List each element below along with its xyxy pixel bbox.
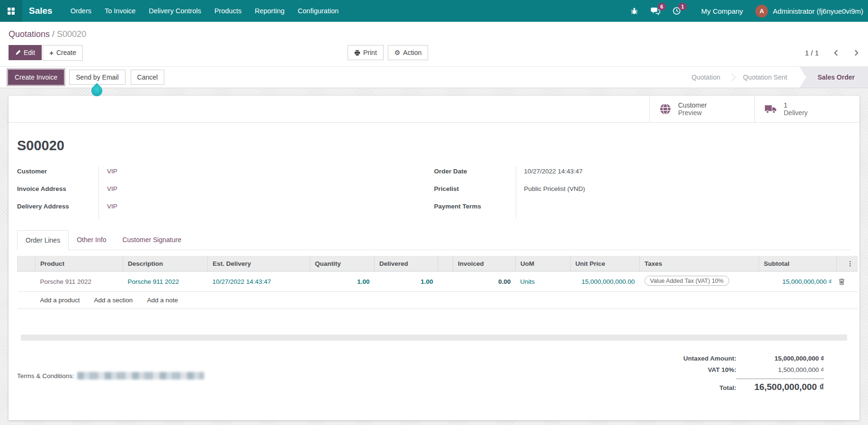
top-navbar: Sales Orders To Invoice Delivery Control… — [0, 0, 868, 22]
pager-value[interactable]: 1 / 1 — [805, 49, 819, 57]
customer-value-link[interactable]: VIP — [99, 166, 117, 184]
add-a-product-link[interactable]: Add a product — [40, 297, 80, 304]
messages-icon[interactable]: 6 — [644, 0, 666, 22]
pager: 1 / 1 — [805, 49, 859, 57]
breadcrumb: Quotations / S00020 — [9, 28, 859, 40]
col-quantity[interactable]: Quantity — [310, 256, 375, 271]
row-handle-cell — [18, 271, 36, 292]
totals-block: Untaxed Amount: 15,000,000,000 ₫ VAT 10%… — [683, 355, 824, 397]
activities-clock-icon[interactable]: 1 — [666, 0, 687, 22]
odoo-sales-order-page: Sales Orders To Invoice Delivery Control… — [0, 0, 868, 425]
add-a-note-link[interactable]: Add a note — [147, 297, 178, 304]
create-invoice-button[interactable]: Create Invoice — [8, 70, 64, 85]
col-subtotal[interactable]: Subtotal — [759, 256, 837, 271]
field-customer: Customer VIP — [17, 166, 434, 184]
field-payment-terms: Payment Terms — [434, 201, 851, 219]
optional-columns-toggle-icon[interactable]: ⋮ — [837, 256, 858, 271]
invoice-address-value-link[interactable]: VIP — [99, 184, 117, 201]
terms-redacted-text — [77, 372, 204, 380]
cell-delivered[interactable]: 1.00 — [375, 271, 438, 292]
cell-quantity[interactable]: 1.00 — [310, 271, 375, 292]
field-groups: Customer VIP Invoice Address VIP Deliver… — [17, 166, 851, 219]
truck-icon — [764, 104, 777, 114]
pager-previous-icon[interactable] — [834, 50, 838, 56]
horizontal-scrollbar[interactable] — [21, 335, 847, 341]
untaxed-amount-label: Untaxed Amount: — [683, 355, 736, 362]
debug-bug-icon[interactable] — [624, 0, 644, 22]
col-taxes[interactable]: Taxes — [640, 256, 759, 271]
menu-delivery-controls[interactable]: Delivery Controls — [142, 0, 207, 22]
user-name: Administrator (fj6nyue0vi9m) — [773, 7, 863, 15]
sheet-footer: Terms & Conditions: Untaxed Amount: 15,0… — [17, 355, 851, 397]
user-menu[interactable]: A Administrator (fj6nyue0vi9m) — [755, 5, 868, 18]
step-quotation[interactable]: Quotation — [683, 73, 729, 81]
stat-label-line1: Customer — [678, 101, 707, 109]
control-panel: Quotations / S00020 Edit + Create Print … — [0, 22, 868, 66]
col-product[interactable]: Product — [36, 256, 123, 271]
left-field-group: Customer VIP Invoice Address VIP Deliver… — [17, 166, 434, 219]
field-order-date: Order Date 10/27/2022 14:43:47 — [434, 166, 851, 184]
field-delivery-address: Delivery Address VIP — [17, 201, 434, 219]
col-delivered[interactable]: Delivered — [375, 256, 438, 271]
order-lines-table: Product Description Est. Delivery Quanti… — [17, 256, 858, 309]
tab-order-lines[interactable]: Order Lines — [17, 230, 69, 250]
cell-subtotal[interactable]: 15,000,000,000 ₫ — [759, 271, 837, 292]
statusbar: Create Invoice Send by Email Cancel Quot… — [0, 66, 868, 88]
pricelist-label: Pricelist — [434, 184, 516, 201]
menu-reporting[interactable]: Reporting — [248, 0, 291, 22]
add-a-section-link[interactable]: Add a section — [94, 297, 133, 304]
globe-icon — [659, 103, 671, 115]
content-area: CustomerPreview 1Delivery S00020 Custome… — [0, 88, 868, 425]
create-button[interactable]: + Create — [43, 45, 83, 61]
step-sales-order[interactable]: Sales Order — [799, 67, 868, 88]
app-name[interactable]: Sales — [29, 6, 53, 16]
delete-line-button[interactable] — [837, 271, 858, 292]
cell-est-delivery[interactable]: 10/27/2022 14:43:47 — [208, 271, 310, 292]
send-by-email-button[interactable]: Send by Email — [69, 70, 125, 85]
order-title: S00020 — [17, 138, 851, 153]
avatar: A — [755, 5, 768, 18]
systray: 6 1 My Company A Administrator (fj6nyue0… — [624, 0, 868, 22]
step-quotation-sent[interactable]: Quotation Sent — [734, 73, 796, 81]
menu-configuration[interactable]: Configuration — [291, 0, 345, 22]
breadcrumb-separator: / — [50, 29, 57, 39]
terms-and-conditions-label: Terms & Conditions: — [17, 372, 74, 380]
col-est-delivery[interactable]: Est. Delivery — [208, 256, 310, 271]
menu-orders[interactable]: Orders — [64, 0, 98, 22]
company-switcher[interactable]: My Company — [701, 7, 743, 15]
cell-product[interactable]: Porsche 911 2022 — [36, 271, 123, 292]
pager-next-icon[interactable] — [854, 50, 859, 56]
customer-preview-stat-button[interactable]: CustomerPreview — [649, 96, 754, 122]
col-invoiced[interactable]: Invoiced — [453, 256, 516, 271]
col-description[interactable]: Description — [123, 256, 208, 271]
cell-description[interactable]: Porsche 911 2022 — [123, 271, 208, 292]
apps-grid-icon — [7, 7, 15, 15]
menu-products[interactable]: Products — [208, 0, 248, 22]
order-line-row[interactable]: Porsche 911 2022 Porsche 911 2022 10/27/… — [18, 271, 858, 292]
tab-customer-signature[interactable]: Customer Signature — [114, 230, 189, 250]
plus-icon: + — [49, 49, 54, 56]
cell-unit-price[interactable]: 15,000,000,000.00 — [571, 271, 640, 292]
order-date-label: Order Date — [434, 166, 516, 184]
field-invoice-address: Invoice Address VIP — [17, 184, 434, 201]
stat-label-line2: Preview — [678, 109, 702, 117]
cell-uom[interactable]: Units — [516, 271, 571, 292]
delivery-address-label: Delivery Address — [17, 201, 99, 219]
cell-invoiced[interactable]: 0.00 — [453, 271, 516, 292]
cancel-button[interactable]: Cancel — [131, 70, 165, 85]
breadcrumb-quotations[interactable]: Quotations — [9, 29, 50, 39]
stat-delivery-count: 1 — [784, 101, 787, 109]
apps-menu-button[interactable] — [0, 0, 22, 22]
tab-other-info[interactable]: Other Info — [69, 230, 114, 250]
form-sheet: S00020 Customer VIP Invoice Address VIP … — [9, 138, 859, 397]
delivery-address-value-link[interactable]: VIP — [99, 201, 117, 219]
col-uom[interactable]: UoM — [516, 256, 571, 271]
action-button[interactable]: ⚙ Action — [388, 45, 428, 60]
edit-button[interactable]: Edit — [9, 45, 42, 60]
tax-tag[interactable]: Value Added Tax (VAT) 10% — [644, 276, 729, 286]
print-button[interactable]: Print — [348, 45, 384, 60]
delivery-stat-button[interactable]: 1Delivery — [754, 96, 859, 122]
control-buttons-row: Edit + Create Print ⚙ Action 1 / 1 — [9, 45, 859, 60]
menu-to-invoice[interactable]: To Invoice — [98, 0, 142, 22]
col-unit-price[interactable]: Unit Price — [571, 256, 640, 271]
